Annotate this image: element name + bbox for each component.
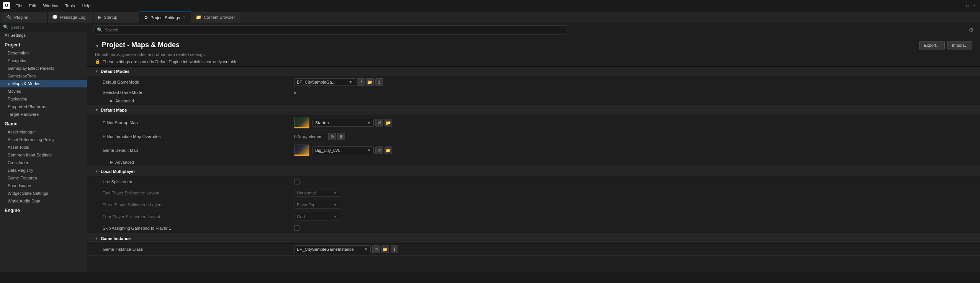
advanced-maps-label: Advanced (115, 160, 134, 165)
section-default-maps-header[interactable]: ▼ Default Maps (87, 105, 980, 115)
sidebar-item-asset-tools[interactable]: Asset Tools (0, 143, 87, 151)
page-title: Project - Maps & Modes (102, 41, 180, 49)
game-instance-class-dropdown[interactable]: BP_CitySampleGameInstance ▼ (294, 245, 371, 253)
content-search-bar: 🔍 (93, 25, 568, 35)
export-button[interactable]: Export... (919, 41, 945, 49)
default-gamemode-dropdown[interactable]: BP_CitySampleGa... ▼ (294, 78, 355, 86)
editor-startup-dropdown-arrow-icon: ▼ (367, 120, 371, 125)
setting-row-skip-assigning-gamepad: Skip Assigning Gamepad to Player 1 (87, 223, 980, 234)
startup-icon: ▶ (98, 15, 101, 20)
game-instance-info-btn[interactable]: ℹ (391, 245, 398, 253)
skip-assigning-gamepad-label: Skip Assigning Gamepad to Player 1 (103, 226, 294, 230)
setting-row-advanced-maps[interactable]: ▶ Advanced (87, 158, 980, 166)
game-default-map-dropdown-arrow-icon: ▼ (367, 148, 371, 153)
two-player-splitscreen-dropdown[interactable]: Horizontal ▼ (294, 189, 340, 197)
tab-content-browser[interactable]: 📁 Content Browser (191, 12, 240, 23)
section-game-instance-header[interactable]: ▼ Game Instance (87, 234, 980, 244)
sidebar-item-target-hardware[interactable]: Target Hardware (0, 110, 87, 118)
default-gamemode-info-btn[interactable]: ℹ (375, 78, 383, 86)
import-button[interactable]: Import... (947, 41, 972, 49)
skip-assigning-gamepad-checkbox[interactable] (294, 225, 299, 231)
sidebar-item-asset-referencing-policy[interactable]: Asset Referencing Policy (0, 136, 87, 143)
tab-project-settings-close[interactable]: × (182, 15, 186, 20)
use-splitscreen-checkbox[interactable] (294, 179, 299, 184)
setting-row-selected-gamemode: Selected GameMode ▶ (87, 88, 980, 97)
section-default-modes-header[interactable]: ▼ Default Modes (87, 67, 980, 76)
tab-message-log-label: Message Log (60, 15, 85, 20)
sidebar-item-soundscape[interactable]: Soundscape (0, 182, 87, 189)
menu-edit[interactable]: Edit (26, 3, 39, 9)
three-player-splitscreen-dropdown[interactable]: Favor Top ▼ (294, 201, 340, 209)
sidebar-item-crossfader[interactable]: Crossfader (0, 159, 87, 166)
window-controls: — □ × (958, 3, 977, 8)
game-default-map-thumbnail (294, 145, 309, 156)
sidebar-item-maps-modes[interactable]: ▶ Maps & Modes (0, 80, 87, 87)
default-gamemode-browse-btn[interactable]: 📂 (366, 78, 374, 86)
content-search-icon: 🔍 (97, 27, 103, 33)
editor-startup-map-browse-btn[interactable]: 📂 (384, 119, 392, 127)
tab-message-log[interactable]: 💬 Message Log (47, 12, 93, 23)
content-notice: 🔒 These settings are saved in DefaultEng… (95, 59, 239, 64)
game-instance-reset-btn[interactable]: ↺ (372, 245, 380, 253)
sidebar-item-data-registry[interactable]: Data Registry (0, 166, 87, 174)
sidebar-item-packaging[interactable]: Packaging (0, 95, 87, 103)
project-settings-icon: ⚙ (144, 15, 148, 20)
tab-plugins[interactable]: 🔌 Plugins (2, 12, 47, 23)
sidebar-item-gameplay-tags[interactable]: GameplayTags (0, 72, 87, 80)
sidebar-item-movies[interactable]: Movies (0, 87, 87, 95)
sidebar-section-game: Game (0, 118, 87, 128)
game-default-map-reset-btn[interactable]: ↺ (375, 146, 383, 154)
menu-tools[interactable]: Tools (62, 3, 78, 9)
sidebar-item-gameplay-effect-parents[interactable]: Gameplay Effect Parents (0, 64, 87, 72)
use-splitscreen-value (294, 179, 972, 184)
default-gamemode-dropdown-value: BP_CitySampleGa... (297, 80, 335, 84)
plugins-icon: 🔌 (6, 15, 12, 20)
section-default-maps: ▼ Default Maps Editor Startup Map Startu… (87, 105, 980, 167)
sidebar-item-all-settings[interactable]: All Settings (0, 31, 87, 39)
game-default-map-dropdown[interactable]: Big_City_LVL ▼ (312, 146, 374, 154)
game-default-map-value: Big_City_LVL ▼ ↺ 📂 (294, 145, 972, 156)
game-default-map-browse-btn[interactable]: 📂 (384, 146, 392, 154)
minimize-button[interactable]: — (958, 3, 963, 8)
sidebar-item-description[interactable]: Description (0, 49, 87, 57)
setting-row-advanced-modes[interactable]: ▶ Advanced (87, 97, 980, 105)
maps-modes-arrow-icon: ▶ (8, 82, 11, 86)
sidebar-item-widget-state-settings[interactable]: Widget State Settings (0, 189, 87, 197)
section-local-multiplayer-header[interactable]: ▼ Local Multiplayer (87, 167, 980, 176)
editor-startup-map-dropdown[interactable]: Startup ▼ (312, 119, 374, 127)
menu-window[interactable]: Window (40, 3, 61, 9)
all-settings-label: All Settings (5, 33, 26, 38)
sidebar-item-common-input-settings[interactable]: Common Input Settings (0, 151, 87, 159)
tab-startup[interactable]: ▶ Startup (93, 12, 139, 23)
tabs-bar: 🔌 Plugins 💬 Message Log ▶ Startup ⚙ Proj… (0, 12, 980, 23)
sidebar-item-world-audio-data[interactable]: World Audio Data (0, 197, 87, 205)
settings-gear-icon[interactable]: ⚙ (969, 27, 974, 33)
array-count-label: 0 Array element (294, 134, 324, 139)
game-instance-chevron-icon: ▼ (95, 237, 98, 240)
tab-project-settings[interactable]: ⚙ Project Settings × (139, 12, 191, 23)
sidebar-item-game-features[interactable]: Game Features (0, 174, 87, 182)
four-player-splitscreen-label: Four Player Splitscreen Layout (103, 214, 294, 219)
editor-startup-map-reset-btn[interactable]: ↺ (375, 119, 383, 127)
sidebar-item-supported-platforms[interactable]: Supported Platforms (0, 103, 87, 110)
maximize-button[interactable]: □ (965, 3, 970, 8)
section-game-instance: ▼ Game Instance Game Instance Class BP_C… (87, 234, 980, 256)
search-input[interactable] (11, 25, 84, 30)
close-button[interactable]: × (972, 3, 977, 8)
editor-startup-map-label: Editor Startup Map (103, 120, 294, 125)
menu-file[interactable]: File (12, 3, 25, 9)
sidebar-item-maps-modes-label: Maps & Modes (12, 81, 40, 86)
four-player-splitscreen-dropdown[interactable]: Grid ▼ (294, 213, 340, 220)
default-gamemode-reset-btn[interactable]: ↺ (357, 78, 365, 86)
array-add-btn[interactable]: ⊕ (328, 133, 336, 140)
array-remove-btn[interactable]: 🗑 (337, 133, 345, 140)
content-search-input[interactable] (105, 28, 564, 32)
sidebar-item-encryption[interactable]: Encryption (0, 57, 87, 64)
game-instance-browse-btn[interactable]: 📂 (381, 245, 389, 253)
menu-help[interactable]: Help (79, 3, 94, 9)
sidebar-item-asset-manager[interactable]: Asset Manager (0, 128, 87, 136)
default-gamemode-value: BP_CitySampleGa... ▼ ↺ 📂 ℹ (294, 78, 972, 86)
section-default-maps-content: Editor Startup Map Startup ▼ ↺ 📂 (87, 115, 980, 166)
three-player-splitscreen-dropdown-value: Favor Top (297, 202, 316, 207)
sidebar-section-engine: Engine (0, 205, 87, 215)
